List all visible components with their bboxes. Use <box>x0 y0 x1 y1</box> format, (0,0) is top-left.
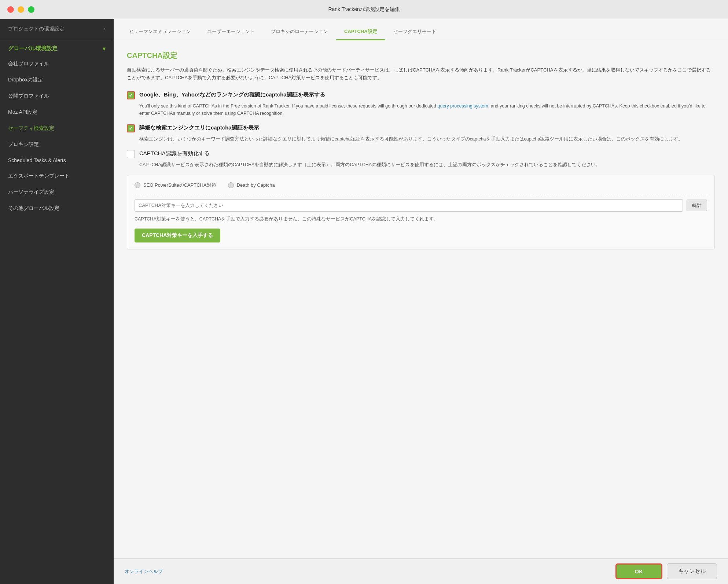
window-controls <box>7 6 34 13</box>
checkbox-3-wrapper[interactable] <box>127 150 135 158</box>
minimize-button[interactable] <box>18 6 24 13</box>
cancel-button[interactable]: キャンセル <box>667 563 717 579</box>
tabs-bar: ヒューマンエミュレーション ユーザーエージェント プロキシのローテーション CA… <box>114 19 728 40</box>
global-settings-arrow: ▾ <box>103 45 106 52</box>
captcha-key-input[interactable] <box>135 199 683 212</box>
captcha-input-row: 統計 <box>135 199 707 212</box>
checkbox-1-desc: You'll only see this kind of CAPTCHAs in… <box>139 102 715 117</box>
radio-label-2: Death by Captcha <box>237 182 275 188</box>
checkbox-2-wrapper[interactable]: ✓ <box>127 124 135 132</box>
stats-button[interactable]: 統計 <box>687 200 707 211</box>
checkbox-2-label: 詳細な検索エンジンクエリにcaptcha認証を表示 <box>139 124 259 131</box>
checkbox-1-checked[interactable]: ✓ <box>127 91 135 99</box>
checkbox-3-unchecked[interactable] <box>127 150 135 158</box>
checkbox-item-2: ✓ 詳細な検索エンジンクエリにcaptcha認証を表示 <box>127 124 715 132</box>
sidebar-item-company-profile[interactable]: 会社プロファイル <box>0 56 114 72</box>
global-settings-text: グローバル環境設定 <box>8 45 58 52</box>
main-content: CAPTCHA設定 自動検索によるサーバーの過負荷を防ぐため、検索エンジンやデー… <box>114 40 728 558</box>
tab-safe-query[interactable]: セーフクエリモード <box>385 24 444 40</box>
radio-circle-2 <box>228 182 234 188</box>
radio-option-1[interactable]: SEO PowerSuiteのCAPTCHA対策 <box>135 182 216 189</box>
maximize-button[interactable] <box>28 6 34 13</box>
tab-human-emulation[interactable]: ヒューマンエミュレーション <box>121 24 199 40</box>
section-title: CAPTCHA設定 <box>127 51 715 61</box>
captcha-note: CAPTCHA対策キーを使うと、CAPTCHAを手動で入力する必要がありません。… <box>135 215 707 223</box>
project-settings-label: プロジェクトの環境設定 <box>8 26 65 32</box>
online-help-link[interactable]: オンラインヘルプ <box>125 568 163 575</box>
checkbox-1-label: Google、Bing、Yahoo!などのランキングの確認にcaptcha認証を… <box>139 91 325 98</box>
checkbox-2-desc: 検索エンジンは、いくつかのキーワード調査方法といった詳細なクエリに対してより頻繁… <box>139 135 715 143</box>
checkbox-1-wrapper[interactable]: ✓ <box>127 91 135 99</box>
close-button[interactable] <box>7 6 14 13</box>
content-area: ヒューマンエミュレーション ユーザーエージェント プロキシのローテーション CA… <box>114 19 728 584</box>
checkbox-item-1: ✓ Google、Bing、Yahoo!などのランキングの確認にcaptcha認… <box>127 91 715 99</box>
radio-circle-1 <box>135 182 140 188</box>
checkbox-item-3: CAPTCHA認識を有効化する <box>127 149 715 158</box>
radio-label-1: SEO PowerSuiteのCAPTCHA対策 <box>143 182 216 189</box>
project-settings-arrow: › <box>104 26 106 32</box>
titlebar: Rank Trackerの環境設定を編集 <box>0 0 728 19</box>
global-settings-label[interactable]: グローバル環境設定 ▾ <box>0 39 114 56</box>
tab-captcha[interactable]: CAPTCHA設定 <box>336 24 385 40</box>
captcha-recognition-section: SEO PowerSuiteのCAPTCHA対策 Death by Captch… <box>127 175 715 249</box>
sidebar-item-moz-api[interactable]: Moz API設定 <box>0 104 114 120</box>
radio-option-2[interactable]: Death by Captcha <box>228 182 275 188</box>
window-title: Rank Trackerの環境設定を編集 <box>328 6 400 13</box>
section-description: 自動検索によるサーバーの過負荷を防ぐため、検索エンジンやデータ検索に使用されるそ… <box>127 66 715 82</box>
sidebar-project-settings[interactable]: プロジェクトの環境設定 › <box>0 19 114 39</box>
app-body: プロジェクトの環境設定 › グローバル環境設定 ▾ 会社プロファイル Dropb… <box>0 19 728 584</box>
checkbox-3-desc: CAPTCHA認識サービスが表示された種類のCAPTCHAを自動的に解決します（… <box>139 161 715 168</box>
sidebar-item-export-templates[interactable]: エクスポートテンプレート <box>0 168 114 184</box>
sidebar-item-safety-search[interactable]: セーフティ検索設定 <box>0 120 114 136</box>
checkbox-2-checked[interactable]: ✓ <box>127 124 135 132</box>
checkbox-3-label: CAPTCHA認識を有効化する <box>139 150 210 156</box>
sidebar-item-proxy[interactable]: プロキシ設定 <box>0 136 114 153</box>
sidebar-item-public-profile[interactable]: 公開プロファイル <box>0 88 114 104</box>
query-processing-link[interactable]: query processing system <box>437 103 488 109</box>
sidebar-item-scheduled-tasks[interactable]: Scheduled Tasks & Alerts <box>0 153 114 168</box>
sidebar-item-dropbox[interactable]: Dropboxの設定 <box>0 72 114 88</box>
tab-user-agent[interactable]: ユーザーエージェント <box>199 24 263 40</box>
sidebar-item-personalize[interactable]: パーソナライズ設定 <box>0 184 114 200</box>
get-key-button[interactable]: CAPTCHA対策キーを入手する <box>135 229 220 242</box>
footer: オンラインヘルプ OK キャンセル <box>114 558 728 584</box>
sidebar: プロジェクトの環境設定 › グローバル環境設定 ▾ 会社プロファイル Dropb… <box>0 19 114 584</box>
radio-row: SEO PowerSuiteのCAPTCHA対策 Death by Captch… <box>135 182 707 194</box>
footer-buttons: OK キャンセル <box>615 563 717 579</box>
sidebar-item-other-global[interactable]: その他グローバル設定 <box>0 200 114 216</box>
ok-button[interactable]: OK <box>615 563 663 579</box>
tab-proxy-rotation[interactable]: プロキシのローテーション <box>263 24 336 40</box>
